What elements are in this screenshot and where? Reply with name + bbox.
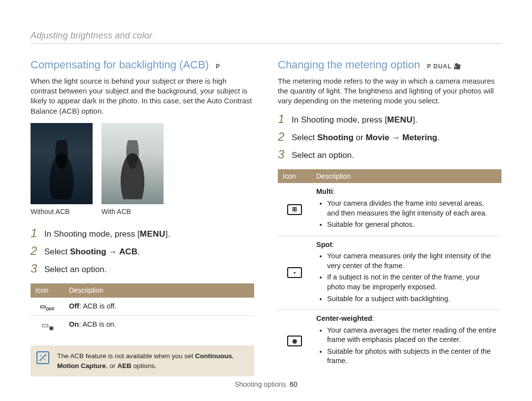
text: ]. — [166, 229, 170, 239]
right-step-3: 3 Select an option. — [278, 149, 501, 161]
right-intro: The metering mode refers to the way in w… — [278, 76, 501, 106]
text: , — [232, 352, 234, 360]
label: Center-weighted — [316, 314, 372, 322]
bullet: Suitable for a subject with backlighting… — [327, 294, 497, 304]
page-header: Adjusting brightness and color — [31, 30, 501, 41]
note-icon — [36, 351, 49, 364]
th-description: Description — [311, 169, 501, 184]
note-box: The ACB feature is not available when yo… — [31, 345, 254, 376]
menu-label: MENU — [387, 115, 413, 124]
metering-options-table: Icon Description ⊞ Multi: Your camera di… — [278, 169, 501, 372]
label: Off — [69, 302, 79, 310]
table-row: ⊞ Multi: Your camera divides the frame i… — [278, 183, 501, 236]
row-desc: Center-weighted: Your camera averages th… — [311, 310, 501, 372]
th-description: Description — [64, 283, 254, 298]
bullet: If a subject is not in the center of the… — [327, 273, 497, 292]
content-columns: Compensating for backlighting (ACB) P Wh… — [31, 58, 501, 376]
svg-point-1 — [40, 355, 41, 356]
step-text: Select Shooting → ACB. — [44, 245, 140, 258]
left-step-3: 3 Select an option. — [31, 263, 254, 276]
page-number: 60 — [290, 380, 298, 388]
spot-metering-icon: ▪ — [278, 236, 311, 309]
bullet: Your camera divides the frame into sever… — [327, 199, 497, 218]
text: ACB — [119, 247, 137, 256]
caption-with-acb: With ACB — [101, 207, 164, 216]
text: . — [137, 247, 140, 256]
acb-off-icon: ▭OFF — [31, 298, 64, 316]
photo-captions: Without ACB With ACB — [31, 207, 254, 216]
right-title-text: Changing the metering option — [278, 58, 420, 72]
footer: Shooting options 60 — [0, 380, 532, 389]
text: Shooting — [70, 247, 106, 256]
text: Motion Capture — [57, 362, 106, 370]
example-photos — [31, 123, 254, 204]
left-step-1: 1 In Shooting mode, press [MENU]. — [31, 227, 254, 240]
left-step-2: 2 Select Shooting → ACB. — [31, 245, 254, 258]
text: ]. — [413, 115, 417, 124]
right-section-title: Changing the metering option P DUAL 🎥 — [278, 58, 501, 72]
step-text: In Shooting mode, press [MENU]. — [292, 113, 417, 126]
text: → — [389, 133, 402, 142]
right-column: Changing the metering option P DUAL 🎥 Th… — [278, 58, 501, 376]
left-mode-glyphs: P — [216, 62, 220, 70]
acb-options-table: Icon Description ▭OFF Off: ACB is off. ▭… — [31, 283, 254, 336]
row-desc: Off: ACB is off. — [64, 298, 254, 316]
text: The ACB feature is not available when yo… — [57, 352, 195, 360]
step-number: 3 — [31, 263, 38, 275]
row-desc: Multi: Your camera divides the frame int… — [311, 183, 501, 236]
text: → — [106, 247, 119, 256]
text: In Shooting mode, press [ — [44, 229, 140, 239]
desc: : ACB is on. — [79, 320, 116, 328]
multi-metering-icon: ⊞ — [278, 183, 311, 236]
left-intro: When the light source is behind your sub… — [31, 76, 254, 116]
step-text: Select an option. — [44, 263, 107, 276]
bullet: Suitable for general photos. — [327, 220, 497, 230]
right-steps: 1 In Shooting mode, press [MENU]. 2 Sele… — [278, 113, 501, 161]
text: . — [437, 133, 440, 142]
step-number: 1 — [278, 113, 286, 125]
svg-point-2 — [44, 359, 45, 360]
label: Spot — [316, 241, 332, 248]
text: , or — [106, 362, 117, 370]
step-number: 1 — [31, 227, 38, 239]
text: Metering — [402, 133, 437, 142]
header-rule — [31, 43, 501, 44]
acb-on-icon: ▭▣ — [31, 316, 64, 336]
bullet: Your camera measures only the light inte… — [327, 251, 497, 271]
photo-without-acb — [31, 123, 93, 204]
step-number: 2 — [278, 131, 286, 143]
left-steps: 1 In Shooting mode, press [MENU]. 2 Sele… — [31, 227, 254, 276]
th-icon: Icon — [31, 283, 64, 298]
photo-with-acb — [101, 123, 164, 204]
left-section-title: Compensating for backlighting (ACB) P — [31, 58, 254, 72]
right-step-1: 1 In Shooting mode, press [MENU]. — [278, 113, 501, 126]
th-icon: Icon — [278, 169, 311, 184]
table-row: ▭▣ On: ACB is on. — [31, 316, 254, 336]
step-number: 3 — [278, 149, 286, 160]
row-desc: Spot: Your camera measures only the ligh… — [311, 236, 501, 309]
table-row: ▭OFF Off: ACB is off. — [31, 298, 254, 316]
left-title-text: Compensating for backlighting (ACB) — [31, 58, 209, 72]
text: Select — [44, 247, 70, 256]
right-step-2: 2 Select Shooting or Movie → Metering. — [278, 131, 501, 144]
svg-line-0 — [39, 354, 46, 361]
text: or — [354, 133, 366, 142]
footer-section: Shooting options — [234, 380, 286, 388]
step-text: Select Shooting or Movie → Metering. — [292, 131, 439, 144]
right-mode-glyphs: P DUAL 🎥 — [427, 62, 462, 70]
step-text: Select an option. — [292, 149, 354, 161]
text: Movie — [366, 133, 389, 142]
text: Continuous — [195, 352, 232, 360]
text: Shooting — [317, 133, 354, 142]
step-text: In Shooting mode, press [MENU]. — [44, 227, 170, 240]
step-number: 2 — [31, 245, 38, 257]
table-row: ▪ Spot: Your camera measures only the li… — [278, 236, 501, 309]
label: Multi — [316, 187, 333, 195]
bullet: Suitable for photos with subjects in the… — [327, 347, 497, 366]
table-row: ◉ Center-weighted: Your camera averages … — [278, 310, 501, 372]
row-desc: On: ACB is on. — [64, 316, 254, 336]
left-column: Compensating for backlighting (ACB) P Wh… — [31, 58, 254, 376]
text: In Shooting mode, press [ — [292, 115, 387, 124]
label: On — [69, 320, 79, 328]
text: AEB — [117, 362, 132, 370]
